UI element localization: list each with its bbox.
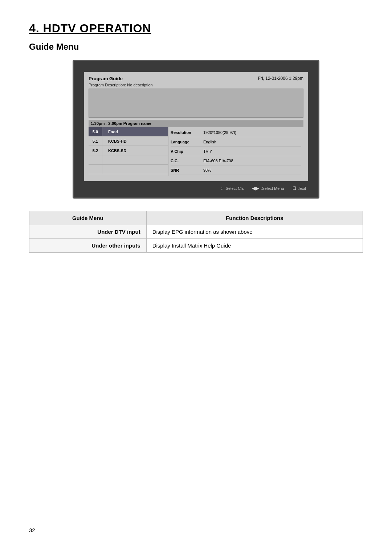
pg-title: Program Guide <box>89 76 123 81</box>
guide-table-row: Under DTV inputDisplay EPG information a… <box>29 225 363 239</box>
info-label: Resolution <box>171 130 203 135</box>
tv-control: 🗒:Exit <box>292 185 306 191</box>
info-row: SNR98% <box>171 166 301 175</box>
info-value: 98% <box>203 168 211 172</box>
channel-name-cell: KCBS-HD <box>102 136 168 146</box>
page-title: 4. HDTV OPERATION <box>29 22 363 35</box>
guide-row-value: Display EPG information as shown above <box>146 225 363 239</box>
info-value: 1920*1080(29.97I) <box>203 130 236 135</box>
guide-row-value: Display Install Matrix Help Guide <box>146 239 363 253</box>
channel-num: 5.0 <box>89 127 102 136</box>
channel-num: 5.2 <box>89 146 102 155</box>
channel-name-cell: KCBS-SD <box>102 146 168 155</box>
pg-header: Program Guide Fri, 12-01-2006 1:29pm <box>89 76 303 81</box>
ctrl-label: :Select Menu <box>261 186 284 191</box>
tv-bottom-bar: ↕:Select Ch.◀▶:Select Menu🗒:Exit <box>84 185 308 191</box>
info-row: C.C.EIA-608 EIA-708 <box>171 156 301 166</box>
ctrl-icon: ◀▶ <box>252 185 259 191</box>
guide-table-row: Under other inputsDisplay Install Matrix… <box>29 239 363 253</box>
channel-name: Food <box>105 130 118 134</box>
program-guide-box: Program Guide Fri, 12-01-2006 1:29pm Pro… <box>84 72 308 181</box>
channel-name: KCBS-HD <box>105 139 127 143</box>
channel-num: 5.1 <box>89 136 102 146</box>
ctrl-label: :Exit <box>298 186 306 191</box>
info-label: SNR <box>171 168 203 172</box>
tv-screen: Program Guide Fri, 12-01-2006 1:29pm Pro… <box>73 60 319 199</box>
channel-row: 5.1KCBS-HD <box>89 136 168 146</box>
guide-col1-header: Guide Menu <box>29 211 147 225</box>
guide-row-label: Under other inputs <box>29 239 147 253</box>
channel-num <box>89 165 102 174</box>
ctrl-icon: 🗒 <box>292 185 297 191</box>
info-table: Resolution1920*1080(29.97I)LanguageEngli… <box>168 127 303 176</box>
channel-list: 5.0Food5.1KCBS-HD5.2KCBS-SD <box>89 127 168 176</box>
channel-name: KCBS-SD <box>105 148 126 153</box>
tv-control: ◀▶:Select Menu <box>252 185 284 191</box>
info-label: C.C. <box>171 159 203 163</box>
tv-control: ↕:Select Ch. <box>221 185 244 191</box>
ctrl-label: :Select Ch. <box>225 186 244 191</box>
channel-name-cell <box>102 165 168 174</box>
info-row: LanguageEnglish <box>171 137 301 147</box>
tv-screen-wrapper: Program Guide Fri, 12-01-2006 1:29pm Pro… <box>29 60 363 199</box>
channel-row <box>89 165 168 174</box>
info-value: TV-Y <box>203 149 212 154</box>
info-row: V-ChipTV-Y <box>171 147 301 156</box>
pg-time-bar: 1:30pm - 2:00pm Program name <box>89 120 303 127</box>
channel-row: 5.2KCBS-SD <box>89 146 168 155</box>
info-label: Language <box>171 140 203 144</box>
channel-name-cell: Food <box>102 127 168 136</box>
info-row: Resolution1920*1080(29.97I) <box>171 128 301 137</box>
pg-desc-area <box>89 89 303 118</box>
pg-data-area: 5.0Food5.1KCBS-HD5.2KCBS-SD Resolution19… <box>89 127 303 176</box>
info-value: English <box>203 140 216 144</box>
ctrl-icon: ↕ <box>221 185 223 191</box>
guide-table: Guide Menu Function Descriptions Under D… <box>29 211 363 253</box>
section-title: Guide Menu <box>29 42 363 52</box>
channel-name-cell <box>102 155 168 164</box>
channel-row <box>89 155 168 165</box>
info-value: EIA-608 EIA-708 <box>203 159 233 163</box>
channel-num <box>89 155 102 164</box>
pg-description: Program Description: No description <box>89 83 303 87</box>
channel-row: 5.0Food <box>89 127 168 136</box>
page-number: 32 <box>29 527 35 533</box>
guide-col2-header: Function Descriptions <box>146 211 363 225</box>
info-label: V-Chip <box>171 149 203 154</box>
pg-datetime: Fri, 12-01-2006 1:29pm <box>258 76 303 81</box>
guide-row-label: Under DTV input <box>29 225 147 239</box>
